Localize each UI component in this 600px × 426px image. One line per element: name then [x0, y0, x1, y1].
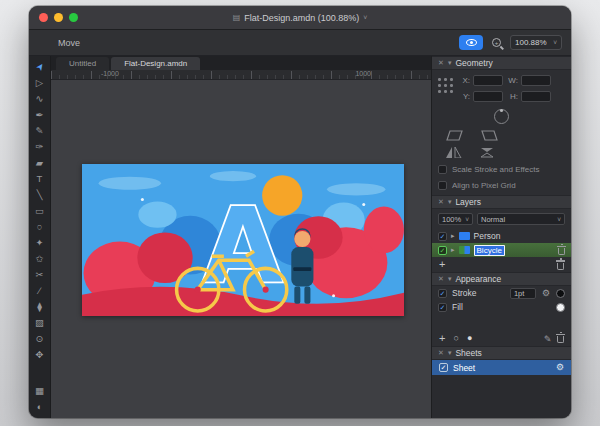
- close-icon[interactable]: ✕: [438, 59, 444, 67]
- layer-row-bicycle[interactable]: ✓ ▸ Bicycle: [432, 243, 571, 257]
- y-input[interactable]: [473, 91, 503, 102]
- close-icon[interactable]: ✕: [438, 349, 444, 357]
- direct-selection-tool[interactable]: ▷: [32, 75, 48, 90]
- layer-name[interactable]: Person: [474, 231, 501, 241]
- eraser-tool[interactable]: ▰: [32, 155, 48, 170]
- fill-checkbox[interactable]: ✓: [438, 303, 447, 312]
- close-window-button[interactable]: [39, 13, 48, 22]
- zoom-window-button[interactable]: [69, 13, 78, 22]
- lasso-tool[interactable]: ∿: [32, 91, 48, 106]
- fill-color-swatch[interactable]: [556, 303, 565, 312]
- chevron-down-icon: ˅: [557, 216, 561, 223]
- rotation-knob[interactable]: [494, 109, 509, 124]
- line-tool[interactable]: ╲: [32, 187, 48, 202]
- geometry-section-header[interactable]: ✕ ▾ Geometry: [432, 56, 571, 70]
- sheets-title: Sheets: [455, 348, 481, 358]
- artwork-canvas[interactable]: A: [82, 164, 404, 316]
- inspector-panel: ✕ ▾ Geometry X: W: Y: H:: [431, 56, 571, 418]
- flip-vertical-icon[interactable]: [480, 147, 496, 158]
- disclosure-icon[interactable]: ▸: [451, 246, 455, 254]
- horizontal-ruler[interactable]: -1000 1000: [51, 70, 431, 80]
- minimize-window-button[interactable]: [54, 13, 63, 22]
- layer-row-person[interactable]: ✓ ▸ Person: [432, 229, 571, 243]
- add-style-button[interactable]: +: [439, 333, 445, 344]
- layer-visibility-checkbox[interactable]: ✓: [438, 232, 447, 241]
- layer-opacity-select[interactable]: 100% ˅: [438, 213, 473, 225]
- h-input[interactable]: [521, 91, 551, 102]
- collapse-icon[interactable]: ▾: [448, 59, 452, 67]
- sheets-section-header[interactable]: ✕ ▾ Sheets: [432, 346, 571, 360]
- grid-tool[interactable]: ▦: [32, 383, 48, 398]
- scissors-tool[interactable]: ✂: [32, 267, 48, 282]
- zoom-level-select[interactable]: 100.88% ˅: [510, 35, 562, 50]
- delete-layer-button[interactable]: [557, 263, 564, 270]
- delete-style-button[interactable]: [557, 336, 564, 343]
- align-pixel-grid-label: Align to Pixel Grid: [452, 181, 516, 190]
- gear-icon[interactable]: ⚙: [556, 363, 564, 372]
- trash-icon[interactable]: [558, 248, 565, 255]
- window-title-text: Flat-Design.amdn (100.88%): [244, 13, 359, 23]
- align-pixel-grid-checkbox[interactable]: ✓: [438, 181, 447, 190]
- hand-tool[interactable]: ✥: [32, 347, 48, 362]
- pen-tool[interactable]: ✒: [32, 107, 48, 122]
- w-input[interactable]: [521, 75, 551, 86]
- title-chevron-icon[interactable]: ˅: [363, 14, 367, 21]
- stroke-row: ✓ Stroke 1pt ⚙: [432, 286, 571, 300]
- appearance-footer: + ○ ● ✐: [432, 330, 571, 346]
- sheet-row[interactable]: ✓ Sheet ⚙: [432, 360, 571, 375]
- layer-visibility-checkbox[interactable]: ✓: [438, 246, 447, 255]
- circle-filled-icon[interactable]: ●: [467, 334, 472, 343]
- ruler-mark-right: 1000: [355, 70, 371, 77]
- collapse-icon[interactable]: ▾: [448, 198, 452, 206]
- layer-name-edit-field[interactable]: Bicycle: [474, 245, 505, 256]
- gradient-tool[interactable]: ▨: [32, 315, 48, 330]
- stroke-width-input[interactable]: 1pt: [510, 288, 536, 299]
- knife-tool[interactable]: ∕: [32, 283, 48, 298]
- layers-section-header[interactable]: ✕ ▾ Layers: [432, 195, 571, 209]
- polygon-tool[interactable]: ✦: [32, 235, 48, 250]
- brush-icon[interactable]: ✐: [543, 334, 552, 342]
- brush-tool[interactable]: ✑: [32, 139, 48, 154]
- preview-mode-button[interactable]: [459, 35, 483, 50]
- disclosure-icon[interactable]: ▸: [451, 232, 455, 240]
- x-input[interactable]: [473, 75, 503, 86]
- window-title: ▤ Flat-Design.amdn (100.88%) ˅: [233, 13, 368, 23]
- shear-horizontal-icon[interactable]: [446, 130, 463, 141]
- ellipse-tool[interactable]: ○: [32, 219, 48, 234]
- sheet-name: Sheet: [453, 363, 475, 373]
- circle-outline-icon[interactable]: ○: [453, 334, 458, 343]
- pencil-tool[interactable]: ✎: [32, 123, 48, 138]
- star-tool[interactable]: ✩: [32, 251, 48, 266]
- gear-icon[interactable]: ⚙: [542, 289, 550, 298]
- add-layer-button[interactable]: +: [439, 259, 445, 270]
- flip-horizontal-icon[interactable]: [446, 147, 462, 158]
- color-wheel-tool[interactable]: ◐: [32, 399, 48, 414]
- active-tool-label: Move: [58, 38, 80, 48]
- shear-vertical-icon[interactable]: [481, 130, 498, 141]
- canvas[interactable]: A: [51, 80, 431, 418]
- zoom-tool[interactable]: ⊙: [32, 331, 48, 346]
- blend-mode-select[interactable]: Normal ˅: [477, 213, 565, 225]
- stroke-color-swatch[interactable]: [556, 289, 565, 298]
- scale-stroke-checkbox[interactable]: ✓: [438, 165, 447, 174]
- zoom-in-icon[interactable]: +: [492, 38, 501, 47]
- stroke-checkbox[interactable]: ✓: [438, 289, 447, 298]
- geometry-title: Geometry: [455, 58, 492, 68]
- collapse-icon[interactable]: ▾: [448, 275, 452, 283]
- appearance-section-header[interactable]: ✕ ▾ Appearance: [432, 272, 571, 286]
- collapse-icon[interactable]: ▾: [448, 349, 452, 357]
- artwork-svg: A: [82, 164, 404, 316]
- rectangle-tool[interactable]: ▭: [32, 203, 48, 218]
- close-icon[interactable]: ✕: [438, 275, 444, 283]
- reference-point-grid[interactable]: [438, 78, 453, 102]
- sheet-visibility-checkbox[interactable]: ✓: [439, 363, 448, 372]
- eyedropper-tool[interactable]: ⧫: [32, 299, 48, 314]
- document-icon: ▤: [233, 13, 241, 22]
- tab-untitled[interactable]: Untitled: [56, 57, 109, 70]
- titlebar[interactable]: ▤ Flat-Design.amdn (100.88%) ˅: [29, 6, 571, 30]
- close-icon[interactable]: ✕: [438, 198, 444, 206]
- text-tool[interactable]: T: [32, 171, 48, 186]
- tab-flat-design[interactable]: Flat-Design.amdn: [111, 57, 200, 70]
- geometry-body: X: W: Y: H:: [432, 70, 571, 195]
- layer-thumbnail: [459, 232, 470, 240]
